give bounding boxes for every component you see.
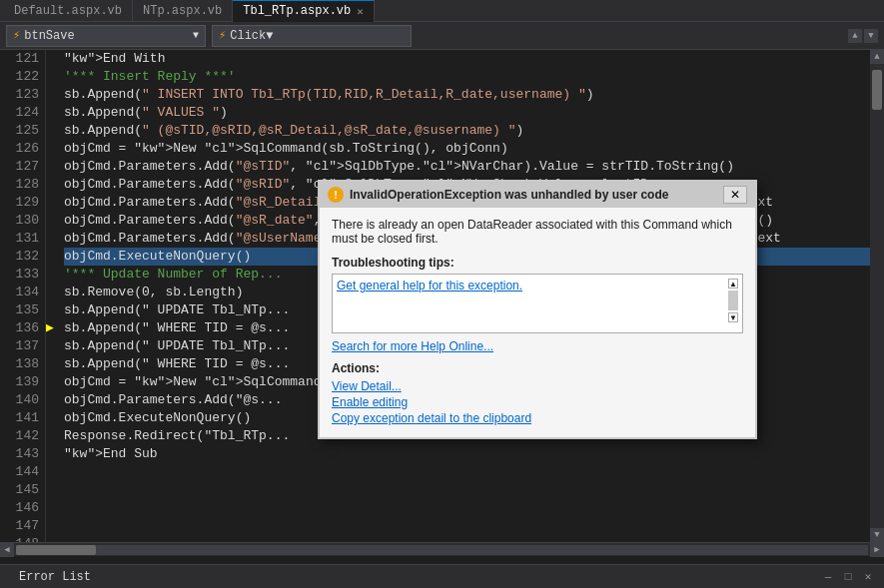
tab-tblrtp-label: Tbl_RTp.aspx.vb [243,4,351,18]
copy-exception-link[interactable]: Copy exception detail to the clipboard [332,411,743,425]
h-scroll-thumb[interactable] [16,545,96,555]
dialog-body: There is already an open DataReader asso… [320,208,755,437]
dialog-message: There is already an open DataReader asso… [332,218,743,246]
tab-default[interactable]: Default.aspx.vb [4,0,133,22]
panel-maximize-icon[interactable]: □ [840,569,856,585]
search-help-link[interactable]: Search for more Help Online... [332,339,743,353]
panel-minimize-icon[interactable]: — [820,569,836,585]
toolbar: ⚡ btnSave ▼ ⚡ Click ▼ ▲ ▼ [0,22,884,50]
tab-ntp-label: NTp.aspx.vb [143,4,222,18]
exception-dialog: ! InvalidOperationException was unhandle… [318,180,757,439]
tab-bar: Default.aspx.vb NTp.aspx.vb Tbl_RTp.aspx… [0,0,884,22]
tab-tblrtp[interactable]: Tbl_RTp.aspx.vb ✕ [233,0,375,22]
panel-controls: — □ ✕ [820,569,876,585]
panel-close-icon[interactable]: ✕ [860,569,876,585]
error-list-bar: Error List — □ ✕ [0,564,884,588]
tab-ntp[interactable]: NTp.aspx.vb [133,0,233,22]
enable-editing-link[interactable]: Enable editing [332,395,743,409]
tips-link[interactable]: Get general help for this exception. [337,279,522,293]
event-arrow-icon: ▼ [266,29,273,43]
toolbar-down-icon[interactable]: ▼ [864,29,878,43]
tab-close-icon[interactable]: ✕ [357,5,364,18]
dialog-title-bar: ! InvalidOperationException was unhandle… [320,182,755,208]
vertical-scrollbar[interactable]: ▲ ▼ [870,50,884,542]
lightning-icon: ⚡ [13,28,20,43]
method-dropdown[interactable]: ⚡ btnSave ▼ [6,25,206,47]
code-editor[interactable]: 1211221231241251261271281291301311321331… [0,50,884,542]
lightning-icon2: ⚡ [219,28,226,43]
tips-scroll-down[interactable]: ▼ [728,312,738,322]
warning-icon: ! [328,187,344,203]
line-numbers: 1211221231241251261271281291301311321331… [0,50,46,542]
tips-box: Get general help for this exception. ▲ ▼ [332,274,743,333]
troubleshooting-title: Troubleshooting tips: [332,256,743,270]
dialog-title: ! InvalidOperationException was unhandle… [328,187,668,203]
dropdown-value: btnSave [24,29,74,43]
dialog-title-text: InvalidOperationException was unhandled … [350,188,668,202]
scroll-right-icon[interactable]: ▶ [870,543,884,557]
method-value: Click [230,29,266,43]
view-detail-link[interactable]: View Detail... [332,379,743,393]
actions-title: Actions: [332,361,743,375]
dialog-close-button[interactable]: ✕ [723,186,747,204]
scroll-down-icon[interactable]: ▼ [870,528,884,542]
horizontal-scrollbar[interactable]: ◀ ▶ [0,542,884,556]
scroll-up-icon[interactable]: ▲ [870,50,884,64]
tab-default-label: Default.aspx.vb [14,4,122,18]
execution-arrow-icon: ▶ [46,319,60,337]
error-list-tab[interactable]: Error List [8,567,102,587]
tips-scroll-up[interactable]: ▲ [728,279,738,289]
scroll-thumb[interactable] [872,70,882,110]
dropdown-arrow-icon: ▼ [183,30,199,41]
event-dropdown[interactable]: ⚡ Click ▼ [212,25,412,47]
toolbar-up-icon[interactable]: ▲ [848,29,862,43]
scroll-left-icon[interactable]: ◀ [0,543,14,557]
